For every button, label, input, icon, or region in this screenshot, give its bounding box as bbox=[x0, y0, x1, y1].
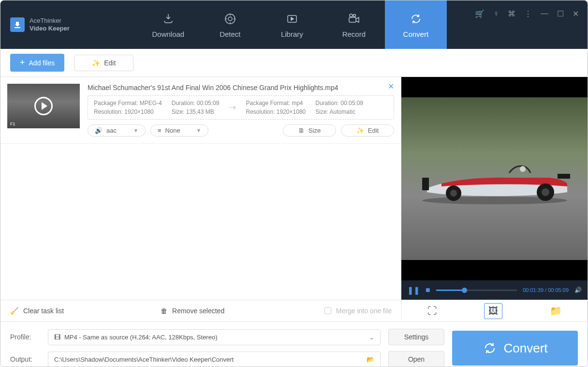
app-header: AceThinker Video Keeper Download Detect … bbox=[0, 0, 588, 49]
convert-label: Convert bbox=[503, 341, 547, 356]
tab-label: Detect bbox=[220, 30, 240, 38]
browse-folder-icon[interactable]: 📂 bbox=[367, 356, 374, 363]
playback-time: 00:01:39 / 00:05:09 bbox=[523, 287, 569, 293]
settings-button[interactable]: Settings bbox=[388, 329, 444, 345]
item-edit-button[interactable]: ✨ Edit bbox=[341, 124, 394, 137]
seek-fill bbox=[436, 290, 462, 291]
audio-codec-dropdown[interactable]: 🔊 aac ▼ bbox=[88, 124, 146, 137]
library-icon bbox=[285, 12, 299, 26]
dest-meta: Package Format: mp4 Resolution: 1920×108… bbox=[246, 100, 306, 115]
svg-rect-12 bbox=[422, 178, 429, 190]
user-icon[interactable]: ♀ bbox=[493, 9, 499, 18]
checkbox-icon bbox=[324, 307, 331, 314]
tab-label: Download bbox=[152, 30, 185, 38]
file-icon: 🗎 bbox=[298, 127, 305, 134]
tab-library[interactable]: Library bbox=[261, 0, 323, 49]
file-list: ✕ F1 Michael Schumacher's 91st And Final… bbox=[0, 77, 401, 300]
remove-label: Remove selected bbox=[172, 307, 224, 315]
maximize-icon[interactable]: ☐ bbox=[557, 9, 564, 18]
file-item: ✕ F1 Michael Schumacher's 91st And Final… bbox=[0, 77, 401, 144]
snapshot-icon[interactable]: 🖼 bbox=[484, 303, 502, 319]
item-edit-label: Edit bbox=[368, 127, 379, 134]
clear-label: Clear task list bbox=[23, 307, 64, 315]
app-name-line1: AceThinker bbox=[29, 17, 70, 25]
svg-point-6 bbox=[353, 14, 355, 16]
seek-knob[interactable] bbox=[462, 288, 467, 293]
open-folder-icon[interactable]: 📁 bbox=[546, 303, 566, 319]
conversion-meta: Package Format: MPEG-4 Resolution: 1920×… bbox=[88, 95, 394, 120]
video-thumbnail[interactable]: F1 bbox=[7, 84, 80, 128]
dst-duration: Duration: 00:05:09 bbox=[315, 100, 363, 107]
svg-point-5 bbox=[350, 14, 353, 17]
video-preview[interactable] bbox=[401, 97, 588, 260]
pause-button[interactable]: ❚❚ bbox=[407, 286, 420, 295]
seek-bar[interactable] bbox=[436, 290, 517, 291]
minimize-icon[interactable]: ― bbox=[541, 9, 548, 18]
chevron-down-icon: ▼ bbox=[133, 128, 138, 133]
edit-button[interactable]: ✨ Edit bbox=[74, 55, 133, 71]
svg-rect-14 bbox=[558, 174, 570, 179]
output-value: C:\Users\Shadow\Documents\AceThinker\Vid… bbox=[54, 356, 234, 363]
size-button[interactable]: 🗎 Size bbox=[283, 124, 336, 137]
tab-label: Record bbox=[342, 30, 366, 38]
tab-label: Library bbox=[281, 30, 303, 38]
remove-selected-button[interactable]: 🗑 Remove selected bbox=[161, 307, 224, 315]
main-area: ✕ F1 Michael Schumacher's 91st And Final… bbox=[0, 77, 588, 300]
audio-value: aac bbox=[106, 127, 117, 134]
subtitle-value: None bbox=[165, 127, 180, 134]
fullscreen-icon[interactable]: ⛶ bbox=[424, 304, 441, 319]
wand-icon: ✨ bbox=[356, 127, 364, 134]
window-controls: 🛒 ♀ ⌘ ⋮ ― ☐ ✕ bbox=[475, 9, 579, 18]
download-icon bbox=[161, 12, 176, 26]
cart-icon[interactable]: 🛒 bbox=[475, 9, 485, 18]
menu-icon[interactable]: ⌘ bbox=[508, 9, 515, 18]
merge-label: Merge into one file bbox=[336, 307, 392, 315]
add-files-button[interactable]: + Add files bbox=[10, 54, 64, 72]
tab-download[interactable]: Download bbox=[137, 0, 199, 49]
list-actions: 🧹 Clear task list 🗑 Remove selected Merg… bbox=[0, 307, 401, 315]
subtitle-dropdown[interactable]: ≡ None ▼ bbox=[150, 124, 208, 137]
convert-button[interactable]: Convert bbox=[452, 331, 578, 366]
stop-button[interactable]: ■ bbox=[426, 286, 430, 294]
preview-tools: ⛶ 🖼 📁 bbox=[401, 303, 588, 319]
video-format-icon: 🎞 bbox=[54, 334, 60, 341]
player-controls: ❚❚ ■ 00:01:39 / 00:05:09 🔊 bbox=[401, 280, 588, 300]
logo-block: AceThinker Video Keeper bbox=[0, 0, 79, 49]
profile-value: MP4 - Same as source (H.264; AAC, 128Kbp… bbox=[64, 334, 217, 341]
file-details: Michael Schumacher's 91st And Final Win … bbox=[88, 84, 394, 137]
trash-icon: 🗑 bbox=[161, 307, 167, 315]
close-icon[interactable]: ✕ bbox=[573, 9, 579, 18]
src-package: Package Format: MPEG-4 bbox=[94, 100, 162, 107]
svg-rect-4 bbox=[349, 17, 356, 22]
more-icon[interactable]: ⋮ bbox=[524, 9, 532, 18]
remove-item-button[interactable]: ✕ bbox=[388, 82, 394, 91]
tab-label: Convert bbox=[403, 30, 429, 38]
tab-convert[interactable]: Convert bbox=[385, 0, 447, 49]
audio-icon: 🔊 bbox=[95, 127, 103, 134]
merge-checkbox[interactable]: Merge into one file bbox=[324, 307, 392, 315]
source-meta-2: Duration: 00:05:09 Size: 135,43 MB bbox=[172, 100, 220, 115]
volume-button[interactable]: 🔊 bbox=[574, 287, 582, 293]
clear-task-list-button[interactable]: 🧹 Clear task list bbox=[10, 307, 64, 315]
preview-panel: ❚❚ ■ 00:01:39 / 00:05:09 🔊 bbox=[401, 77, 588, 300]
dst-size: Size: Automatic bbox=[315, 108, 363, 115]
chevron-down-icon: ▼ bbox=[196, 128, 201, 133]
app-title: AceThinker Video Keeper bbox=[29, 17, 70, 32]
output-label: Output: bbox=[10, 355, 40, 363]
tab-detect[interactable]: Detect bbox=[199, 0, 261, 49]
main-tabs: Download Detect Library Record Convert bbox=[137, 0, 447, 49]
convert-icon bbox=[409, 12, 423, 26]
record-icon bbox=[347, 12, 361, 26]
secondary-toolbar: 🧹 Clear task list 🗑 Remove selected Merg… bbox=[0, 300, 588, 322]
profile-dropdown[interactable]: 🎞 MP4 - Same as source (H.264; AAC, 128K… bbox=[48, 329, 381, 345]
tab-record[interactable]: Record bbox=[323, 0, 385, 49]
src-resolution: Resolution: 1920×1080 bbox=[94, 108, 162, 115]
profile-label: Profile: bbox=[10, 333, 40, 341]
output-config: Profile: 🎞 MP4 - Same as source (H.264; … bbox=[0, 322, 588, 367]
open-button[interactable]: Open bbox=[388, 351, 444, 367]
output-path-field[interactable]: C:\Users\Shadow\Documents\AceThinker\Vid… bbox=[48, 352, 381, 367]
svg-point-9 bbox=[450, 190, 457, 197]
svg-point-2 bbox=[228, 17, 232, 21]
svg-rect-0 bbox=[15, 27, 20, 28]
svg-point-13 bbox=[520, 166, 526, 172]
